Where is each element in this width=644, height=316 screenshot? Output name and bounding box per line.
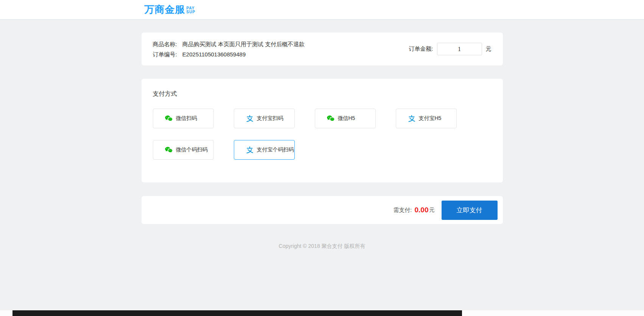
product-name-value: 商品购买测试 本页面只用于测试 支付后概不退款	[182, 41, 305, 47]
order-number-row: 订单编号: E2025110501360859489	[153, 49, 305, 59]
payment-method-card: 支付方式 微信扫码 支付宝扫码 微信H5 支付宝H5	[142, 79, 503, 182]
pay-now-button[interactable]: 立即支付	[442, 201, 498, 220]
main-content: 商品名称: 商品购买测试 本页面只用于测试 支付后概不退款 订单编号: E202…	[142, 33, 503, 250]
order-number-value: E2025110501360859489	[182, 51, 246, 58]
payment-method-wechat-personal-qr[interactable]: 微信个码扫码	[153, 140, 214, 160]
wechat-icon	[165, 146, 173, 154]
payment-method-label: 支付宝扫码	[257, 115, 283, 122]
product-name-label: 商品名称:	[153, 41, 177, 47]
order-amount-input[interactable]	[437, 43, 482, 55]
alipay-icon	[246, 146, 254, 154]
wechat-icon	[327, 115, 334, 122]
order-amount-group: 订单金额: 元	[409, 43, 491, 55]
product-name-row: 商品名称: 商品购买测试 本页面只用于测试 支付后概不退款	[153, 39, 305, 49]
pay-bar-card: 需支付: 0.00 元 立即支付	[142, 196, 503, 224]
copyright-text: Copyright © 2018 聚合支付 版权所有	[279, 243, 366, 249]
order-number-label: 订单编号:	[153, 51, 177, 58]
logo-subtext: PAY SUP	[187, 6, 196, 14]
payment-page: 万商金服 PAY SUP 商品名称: 商品购买测试 本页面只用于测试 支付后概不…	[0, 0, 644, 250]
payment-method-alipay-h5[interactable]: 支付宝H5	[396, 109, 457, 128]
due-amount: 0.00	[415, 206, 429, 214]
logo-text: 万商金服	[145, 3, 185, 16]
logo-sub-sup: SUP	[187, 10, 196, 14]
payment-method-label: 支付宝H5	[419, 115, 442, 122]
alipay-icon	[408, 115, 415, 122]
payment-method-grid: 微信扫码 支付宝扫码 微信H5 支付宝H5 微信个码扫码	[153, 109, 492, 160]
payment-method-label: 微信H5	[338, 115, 355, 122]
payment-method-wechat-qr[interactable]: 微信扫码	[153, 109, 214, 128]
footer: Copyright © 2018 聚合支付 版权所有	[142, 243, 503, 250]
order-amount-label: 订单金额:	[409, 45, 433, 53]
order-amount-unit: 元	[486, 45, 492, 53]
payment-method-label: 支付宝个码扫码	[257, 146, 294, 153]
logo: 万商金服 PAY SUP	[145, 3, 196, 16]
logo-sub-pay: PAY	[187, 6, 196, 10]
due-label: 需支付:	[393, 207, 412, 214]
order-details: 商品名称: 商品购买测试 本页面只用于测试 支付后概不退款 订单编号: E202…	[153, 39, 305, 59]
wechat-icon	[165, 115, 173, 122]
alipay-icon	[246, 115, 254, 122]
payment-method-alipay-personal-qr[interactable]: 支付宝个码扫码	[234, 140, 295, 160]
bottom-dark-strip	[12, 310, 462, 316]
payment-method-label: 微信扫码	[176, 115, 197, 122]
order-info-card: 商品名称: 商品购买测试 本页面只用于测试 支付后概不退款 订单编号: E202…	[142, 33, 503, 65]
payment-method-wechat-h5[interactable]: 微信H5	[315, 109, 376, 128]
payment-method-title: 支付方式	[153, 90, 492, 98]
header: 万商金服 PAY SUP	[0, 0, 644, 20]
due-unit: 元	[429, 207, 435, 213]
payment-method-label: 微信个码扫码	[176, 146, 208, 153]
payment-method-alipay-qr[interactable]: 支付宝扫码	[234, 109, 295, 128]
